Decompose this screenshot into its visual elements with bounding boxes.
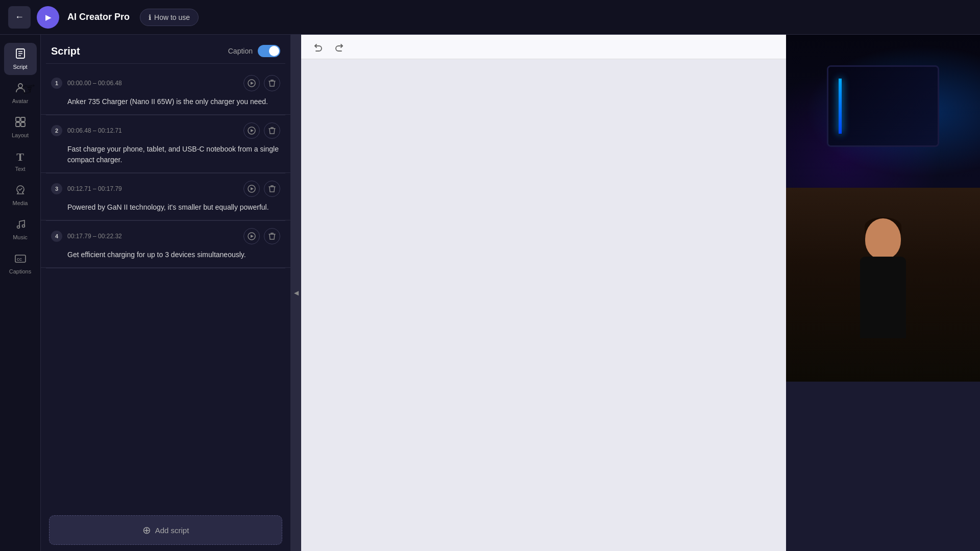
item-1-delete-button[interactable] — [264, 75, 280, 91]
script-item-4: 4 00:17.79 – 00:22.32 — [41, 221, 290, 268]
avatar-head — [865, 218, 901, 259]
captions-icon: CC — [14, 253, 27, 266]
item-4-delete-button[interactable] — [264, 228, 280, 244]
svg-point-10 — [22, 225, 24, 228]
item-1-play-button[interactable] — [243, 75, 260, 91]
item-number-2: 2 — [51, 125, 62, 136]
item-time-1: 00:00.00 – 00:06.48 — [67, 80, 238, 87]
item-3-actions — [243, 181, 280, 197]
svg-marker-14 — [251, 82, 254, 85]
svg-rect-7 — [16, 122, 20, 127]
how-to-use-button[interactable]: ℹ How to use — [140, 9, 199, 26]
script-item-2: 2 00:06.48 – 00:12.71 — [41, 115, 290, 173]
collapse-panel-button[interactable]: ◀ — [291, 35, 301, 551]
sidebar-label-layout: Layout — [12, 132, 29, 138]
item-1-actions — [243, 75, 280, 91]
gaming-monitor — [827, 65, 939, 147]
sidebar-item-layout[interactable]: Layout — [4, 111, 37, 143]
sidebar-item-text[interactable]: T Text — [4, 145, 37, 177]
item-text-3: Powered by GaN II technology, it's small… — [51, 202, 280, 213]
sidebar-item-captions[interactable]: CC Captions — [4, 247, 37, 280]
canvas-area — [301, 35, 786, 551]
preview-panel — [786, 35, 980, 551]
caption-toggle[interactable] — [258, 45, 280, 57]
sidebar-label-captions: Captions — [9, 268, 31, 274]
preview-video-top — [786, 35, 980, 188]
item-number-3: 3 — [51, 183, 62, 194]
item-4-play-button[interactable] — [243, 228, 260, 244]
music-icon — [15, 218, 26, 232]
toggle-knob — [269, 46, 279, 56]
script-item-3-header: 3 00:12.71 – 00:17.79 — [51, 181, 280, 197]
sidebar-label-music: Music — [13, 234, 28, 240]
svg-marker-18 — [251, 187, 254, 190]
item-text-2: Fast charge your phone, tablet, and USB-… — [51, 144, 280, 165]
svg-marker-16 — [251, 129, 254, 132]
item-2-play-button[interactable] — [243, 122, 260, 139]
item-text-1: Anker 735 Charger (Nano II 65W) is the o… — [51, 96, 280, 107]
item-2-delete-button[interactable] — [264, 122, 280, 139]
app-title: AI Creator Pro — [67, 12, 130, 22]
script-item-1: 1 00:00.00 – 00:06.48 — [41, 68, 290, 115]
item-3-delete-button[interactable] — [264, 181, 280, 197]
item-number-1: 1 — [51, 78, 62, 89]
blue-accent-strip — [839, 79, 842, 134]
item-text-4: Get efficient charging for up to 3 devic… — [51, 249, 280, 260]
topbar-left: ← ▶ AI Creator Pro ℹ How to use — [8, 6, 199, 29]
caption-label: Caption — [228, 47, 253, 55]
item-time-4: 00:17.79 – 00:22.32 — [67, 233, 238, 240]
collapse-icon: ◀ — [294, 289, 299, 296]
sidebar-label-media: Media — [13, 200, 28, 206]
svg-point-9 — [17, 226, 19, 229]
item-4-actions — [243, 228, 280, 244]
main-layout: Script Avatar Layout — [0, 35, 980, 551]
script-icon — [15, 48, 26, 62]
preview-avatar-area — [786, 188, 980, 382]
script-item-1-header: 1 00:00.00 – 00:06.48 — [51, 75, 280, 91]
svg-rect-5 — [16, 117, 20, 121]
redo-button[interactable] — [331, 38, 348, 56]
logo-button[interactable]: ▶ — [37, 6, 59, 29]
sidebar-label-avatar: Avatar — [12, 98, 29, 104]
avatar-figure — [832, 208, 934, 382]
monitor-screen — [828, 67, 938, 145]
text-icon: T — [16, 151, 24, 164]
divider-4 — [46, 268, 285, 268]
how-to-use-label: How to use — [154, 13, 190, 21]
sidebar-item-music[interactable]: Music — [4, 213, 37, 245]
sidebar-item-media[interactable]: Media — [4, 179, 37, 211]
script-item-3: 3 00:12.71 – 00:17.79 — [41, 173, 290, 220]
item-time-3: 00:12.71 – 00:17.79 — [67, 185, 238, 192]
info-icon: ℹ — [149, 13, 151, 21]
item-2-actions — [243, 122, 280, 139]
back-button[interactable]: ← — [8, 6, 31, 29]
sidebar-label-text: Text — [15, 166, 25, 172]
script-panel: Script Caption 1 00:00.00 – 00:06.48 — [41, 35, 291, 551]
gaming-background — [786, 35, 980, 188]
item-3-play-button[interactable] — [243, 181, 260, 197]
add-script-label: Add script — [155, 526, 189, 535]
caption-group: Caption — [228, 45, 280, 57]
add-script-button[interactable]: ⊕ Add script — [49, 515, 282, 545]
back-icon: ← — [15, 12, 24, 22]
canvas-toolbar — [301, 35, 786, 59]
svg-marker-20 — [251, 235, 254, 238]
item-time-2: 00:06.48 – 00:12.71 — [67, 127, 238, 134]
sidebar-item-avatar[interactable]: Avatar — [4, 77, 37, 109]
layout-icon — [15, 116, 26, 130]
item-number-4: 4 — [51, 231, 62, 242]
svg-rect-8 — [21, 122, 25, 127]
sidebar-item-script[interactable]: Script — [4, 43, 37, 75]
avatar-body — [860, 257, 906, 338]
avatar-icon — [15, 82, 26, 96]
topbar: ← ▶ AI Creator Pro ℹ How to use — [0, 0, 980, 35]
svg-rect-6 — [21, 117, 25, 121]
script-item-4-header: 4 00:17.79 – 00:22.32 — [51, 228, 280, 244]
sidebar-label-script: Script — [13, 64, 27, 70]
svg-text:CC: CC — [17, 258, 22, 261]
svg-point-4 — [18, 84, 22, 88]
add-script-icon: ⊕ — [142, 524, 151, 536]
icon-sidebar: Script Avatar Layout — [0, 35, 41, 551]
undo-button[interactable] — [309, 38, 327, 56]
script-header: Script Caption — [41, 35, 290, 63]
